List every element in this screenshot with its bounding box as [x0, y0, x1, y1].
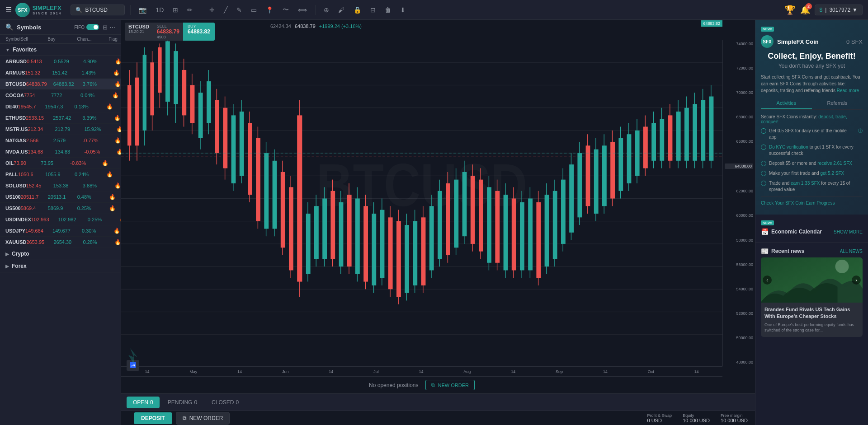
news-next-btn[interactable]: › — [852, 276, 861, 285]
buy-box[interactable]: BUY 64883.82 — [183, 23, 215, 41]
compare-btn[interactable]: ⊞ — [170, 5, 181, 15]
flame-icon: 🔥 — [106, 103, 120, 110]
all-news-link[interactable]: ALL NEWS — [840, 249, 863, 254]
symbol-row[interactable]: USDINDEX 102.963 102.982 0.25% 🔥 — [0, 214, 121, 225]
group-forex[interactable]: ▶ Forex — [0, 260, 121, 272]
symbol-row[interactable]: ETHUSD 2533.15 2537.42 3.39% 🔥 — [0, 112, 121, 124]
pencil-btn[interactable]: ✎ — [234, 5, 245, 15]
download-btn[interactable]: ⬇ — [397, 5, 408, 15]
draw-btn[interactable]: ✏ — [184, 5, 195, 15]
profit-val: 0 USD — [647, 418, 672, 423]
flame-icon: 🔥 — [114, 137, 121, 144]
collect-title: Collect, Enjoy, Benefit! — [761, 51, 863, 61]
task2-link[interactable]: Do KYC verification — [769, 145, 808, 149]
sym-change: 0.25% — [88, 217, 119, 222]
symbol-row[interactable]: SOLUSD 152.45 153.38 3.88% 🔥 — [0, 180, 121, 191]
symbol-row[interactable]: ARBUSD 0.5413 0.5529 4.90% 🔥 — [0, 56, 121, 67]
task4-link[interactable]: get 5.2 SFX — [820, 171, 844, 176]
symbol-row[interactable]: ARM.US 151.32 151.42 1.43% 🔥 — [0, 67, 121, 79]
balance-value: 3017972 — [829, 7, 850, 13]
crosshair-btn[interactable]: ✛ — [207, 5, 217, 15]
grid-view-icon[interactable]: ⊞ — [103, 24, 108, 31]
sfx-logo: SFX — [761, 35, 774, 48]
group-crypto[interactable]: ▶ Crypto — [0, 248, 121, 260]
econ-show-more[interactable]: SHOW MORE — [834, 229, 863, 234]
closed-tab[interactable]: CLOSED 0 — [205, 397, 245, 408]
menu-icon[interactable]: ☰ — [5, 5, 12, 14]
fifo-switch[interactable] — [86, 24, 99, 30]
sfx-coin-section: NEW! SFX SimpleFX Coin 0 SFX Collect, En… — [755, 20, 868, 215]
flame-icon: 🔥 — [113, 70, 121, 76]
symbol-row[interactable]: US500 5869.4 5869.9 0.25% 🔥 — [0, 203, 121, 214]
flame-icon: 🔥 — [114, 115, 121, 121]
sell-box[interactable]: SELL 64838.79 4503 — [153, 23, 183, 41]
timeframe-btn[interactable]: 1D — [153, 5, 166, 15]
more-icon[interactable]: ⋯ — [109, 24, 115, 31]
symbol-row[interactable]: PALL 1050.6 1055.9 0.24% 🔥 — [0, 169, 121, 180]
sym-name: MSTR.US — [5, 126, 28, 132]
sym-name: DE40 — [5, 104, 18, 109]
flame-icon: 🔥 — [115, 58, 121, 65]
spread: 4503 — [157, 35, 179, 39]
symbol-row[interactable]: COCOA 7754 7772 0.04% 🔥 — [0, 90, 121, 101]
symbol-row[interactable]: OIL 73.90 73.95 -0.83% 🔥 — [0, 158, 121, 169]
rect-btn[interactable]: ▭ — [248, 5, 259, 15]
trash-btn[interactable]: 🗑 — [382, 5, 394, 15]
camera-btn[interactable]: 📷 — [136, 5, 149, 15]
balance-btn[interactable]: $ | 3017972 ▼ — [815, 5, 863, 15]
order-symbol: BTCUSD — [128, 24, 149, 29]
grid-btn[interactable]: ⊟ — [368, 5, 378, 15]
symbol-row[interactable]: MSTR.US 212.34 212.79 15.92% 🔥 — [0, 124, 121, 135]
symbol-row[interactable]: US100 20511.7 20513.1 0.48% 🔥 — [0, 191, 121, 203]
notifications-btn[interactable]: 🔔 2 — [800, 5, 810, 15]
new-order-inline-btn[interactable]: ⧉ NEW ORDER — [425, 380, 474, 390]
task1-info[interactable]: ⓘ — [858, 128, 863, 134]
right-panel: NEW! SFX SimpleFX Coin 0 SFX Collect, En… — [755, 20, 868, 425]
symbol-row[interactable]: NATGAS 2.566 2.579 -0.77% 🔥 — [0, 135, 121, 146]
wave-btn[interactable]: 〜 — [280, 4, 292, 16]
award-icon[interactable]: 🏆 — [784, 5, 796, 15]
symbol-row[interactable]: USDJPY 149.664 149.677 0.30% 🔥 — [0, 225, 121, 237]
flame-icon: 🔥 — [113, 228, 121, 234]
line-btn[interactable]: ╱ — [221, 5, 230, 15]
sym-change: 1.43% — [81, 70, 113, 75]
activities-tab[interactable]: Activities — [761, 98, 812, 109]
free-margin-val: 10 000 USD — [721, 418, 748, 423]
referrals-tab[interactable]: Referrals — [812, 98, 863, 109]
chart-val1: 62424.34 — [270, 23, 291, 29]
brush-btn[interactable]: 🖌 — [335, 5, 347, 15]
read-more-link[interactable]: Read more — [837, 88, 859, 93]
group-label: Crypto — [12, 251, 29, 257]
open-tab[interactable]: OPEN 0 — [127, 397, 160, 408]
new-order-btn[interactable]: ⧉ NEW ORDER — [176, 412, 230, 425]
task5-link[interactable]: earn 1.33 SFX — [791, 181, 820, 186]
deposit-btn[interactable]: DEPOSIT — [134, 412, 172, 424]
news-prev-btn[interactable]: ‹ — [763, 276, 772, 285]
sep3 — [315, 5, 316, 15]
group-label: Favorites — [13, 47, 37, 53]
time-label: Jun — [282, 369, 289, 374]
pin-btn[interactable]: 📍 — [263, 5, 276, 15]
magnify-btn[interactable]: ⊕ — [321, 5, 332, 15]
check-progress-link[interactable]: Check Your SFX Coin Earn Progress — [761, 196, 863, 209]
current-symbol: BTCUSD — [85, 7, 107, 13]
pending-tab[interactable]: PENDING 0 — [161, 397, 203, 408]
measure-btn[interactable]: ⟺ — [295, 5, 310, 15]
lock-btn[interactable]: 🔒 — [351, 5, 364, 15]
symbol-search[interactable]: 🔍 BTCUSD — [71, 5, 125, 15]
open-label: OPEN — [133, 399, 148, 406]
task3-link[interactable]: receive 2.61 SFX — [817, 161, 852, 166]
group-favorites[interactable]: ▼ Favorites — [0, 44, 121, 56]
symbol-row[interactable]: BTCUSD 64838.79 64883.82 3.76% 🔥 — [0, 79, 121, 90]
sym-name: USDINDEX — [5, 217, 31, 222]
symbol-row[interactable]: DE40 19545.7 19547.3 0.13% 🔥 — [0, 101, 121, 112]
profit-swap: Profit & Swap 0 USD — [647, 413, 672, 423]
closed-count: 0 — [236, 399, 239, 406]
symbol-row[interactable]: XAUUSD 2653.95 2654.30 0.28% 🔥 — [0, 237, 121, 248]
news-image — [761, 257, 863, 303]
sym-sell: 20511.7 — [21, 194, 48, 200]
symbol-row[interactable]: NVDA.US 134.68 134.83 -0.05% 🔥 — [0, 146, 121, 158]
svg-rect-81 — [396, 221, 401, 297]
sym-sell: 212.34 — [28, 126, 55, 132]
sym-name: ARM.US — [5, 70, 25, 75]
